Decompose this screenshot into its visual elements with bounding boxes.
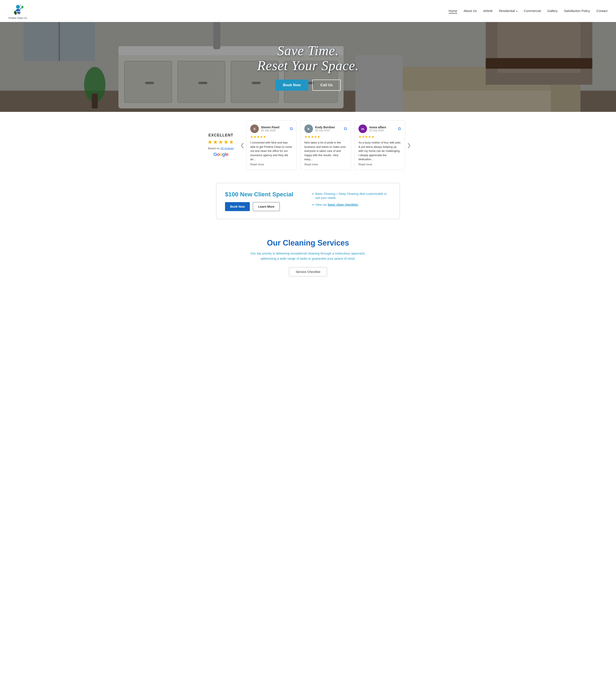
hero-buttons: Book Now Call Us [257,80,359,91]
nav-link-home[interactable]: Home [449,9,457,14]
nav-link-about[interactable]: About Us [464,9,477,12]
nav-item-about[interactable]: About Us [464,9,477,13]
reviewer-date: 15 July 2024 [369,129,386,132]
checklist-link[interactable]: basic clean checklist. [328,203,358,206]
read-more-link[interactable]: Read more [358,163,401,166]
reviewer-avatar: K [304,125,313,133]
hero-book-now-button[interactable]: Book Now [275,80,308,91]
reviewer-name: Kody Bordner [315,126,335,129]
google-icon: G [290,127,293,131]
reviewer-name: mona alfaro [369,126,386,129]
nav-item-home[interactable]: Home [449,9,457,13]
hero-section: Save Time. Reset Your Space. Book Now Ca… [0,22,616,112]
reviewer-info: S Steven Pavel 29 July 2024 [250,125,279,133]
promo-buttons: Book Now Learn More [225,202,304,211]
promo-title: $100 New Client Special [225,191,304,198]
nav-link-commercial[interactable]: Commercial [524,9,541,12]
reviewer-info: K Kody Bordner 28 July 2024 [304,125,335,133]
read-more-link[interactable]: Read more [250,163,293,166]
promo-book-now-button[interactable]: Book Now [225,202,250,211]
services-section: Our Cleaning Services Our top priority i… [0,228,616,287]
reviewer-name: Steven Pavel [261,126,279,129]
carousel-prev-button[interactable]: ❮ [238,142,246,148]
bullet-icon: • [312,203,313,207]
reviews-based-on: Based on 30 reviews [208,147,234,150]
nav-link-gallery[interactable]: Gallery [547,9,558,12]
promo-left: $100 New Client Special Book Now Learn M… [225,191,304,211]
review-text: I connected with Nick and was able to ge… [250,141,293,161]
bullet-icon: • [312,192,313,196]
services-subtitle: Our top priority is delivering exception… [244,251,372,261]
promo-bullet-text-1: Basic Cleaning + Deep Cleaning deal cust… [315,192,391,200]
hero-content: Save Time. Reset Your Space. Book Now Ca… [257,43,359,91]
reviews-section: EXCELLENT ★★★★★ Based on 30 reviews Goog… [197,112,419,179]
nav-link-satisfaction[interactable]: Satisfaction Policy [564,9,590,12]
nav-link-airbnb[interactable]: Airbnb [483,9,492,12]
logo-icon [11,3,25,16]
promo-learn-more-button[interactable]: Learn More [253,202,280,211]
review-card-header: K Kody Bordner 28 July 2024 G [304,125,347,133]
chevron-down-icon: ▾ [516,10,517,12]
review-card-header: m mona alfaro 15 July 2024 G [358,125,401,133]
reviews-carousel: ❮ S Steven Pavel 29 July 2024 G [238,120,413,170]
logo[interactable]: Pristine Clean Co. [8,3,28,19]
read-more-link[interactable]: Read more [304,163,347,166]
svg-point-3 [20,5,21,6]
promo-section: $100 New Client Special Book Now Learn M… [216,183,400,219]
promo-right: • Basic Cleaning + Deep Cleaning deal cu… [312,191,391,210]
review-text: Nick takes a lot of pride in the busines… [304,141,347,161]
review-count-link[interactable]: 30 reviews [221,147,234,150]
review-cards: S Steven Pavel 29 July 2024 G ★★★★★ I co… [246,120,405,170]
reviewer-details: Kody Bordner 28 July 2024 [315,126,335,132]
review-card: m mona alfaro 15 July 2024 G ★★★★★ As a … [354,120,405,170]
carousel-next-button[interactable]: ❯ [405,142,413,148]
review-card-header: S Steven Pavel 29 July 2024 G [250,125,293,133]
nav-item-contact[interactable]: Contact [596,9,608,13]
service-checklist-button[interactable]: Service Checklist [289,267,327,276]
review-text: As a busy mother of four with pets & pre… [358,141,401,161]
nav-item-commercial[interactable]: Commercial [524,9,541,13]
reviews-stars: ★★★★★ [207,139,234,146]
reviewer-details: mona alfaro 15 July 2024 [369,126,386,132]
nav-item-airbnb[interactable]: Airbnb [483,9,492,13]
reviewer-date: 28 July 2024 [315,129,335,132]
review-card: S Steven Pavel 29 July 2024 G ★★★★★ I co… [246,120,297,170]
reviewer-details: Steven Pavel 29 July 2024 [261,126,279,132]
hero-call-us-button[interactable]: Call Us [312,80,341,91]
nav-link-contact[interactable]: Contact [596,9,608,12]
logo-text: Pristine Clean Co. [8,17,28,19]
nav-item-satisfaction[interactable]: Satisfaction Policy [564,9,590,13]
review-stars: ★★★★★ [250,135,293,139]
reviewer-date: 29 July 2024 [261,129,279,132]
reviews-summary: EXCELLENT ★★★★★ Based on 30 reviews Goog… [203,120,238,170]
promo-wrapper: $100 New Client Special Book Now Learn M… [0,183,616,219]
review-stars: ★★★★★ [304,135,347,139]
svg-point-5 [20,5,21,5]
google-icon: G [344,127,347,131]
svg-rect-2 [22,6,23,8]
nav-link-residential[interactable]: Residential ▾ [499,9,517,12]
reviews-rating-label: EXCELLENT [208,133,233,137]
promo-bullet-1: • Basic Cleaning + Deep Cleaning deal cu… [312,192,391,200]
google-icon: G [398,127,401,131]
review-stars: ★★★★★ [358,135,401,139]
nav-item-residential[interactable]: Residential ▾ [499,9,517,13]
nav-links: Home About Us Airbnb Residential ▾ Comme… [449,9,608,13]
nav-item-gallery[interactable]: Gallery [547,9,558,13]
hero-title: Save Time. Reset Your Space. [257,43,359,73]
svg-point-4 [21,5,21,5]
reviewer-avatar: m [358,125,367,133]
review-card: K Kody Bordner 28 July 2024 G ★★★★★ Nick… [300,120,351,170]
promo-bullet-2: • View our basic clean checklist. [312,203,391,207]
services-title: Our Cleaning Services [4,238,612,248]
svg-point-0 [16,5,20,9]
reviewer-info: m mona alfaro 15 July 2024 [358,125,386,133]
google-logo: Google [213,152,228,157]
promo-bullet-text-2: View our basic clean checklist. [315,203,358,207]
reviewer-avatar: S [250,125,259,133]
navbar: Pristine Clean Co. Home About Us Airbnb … [0,0,616,22]
